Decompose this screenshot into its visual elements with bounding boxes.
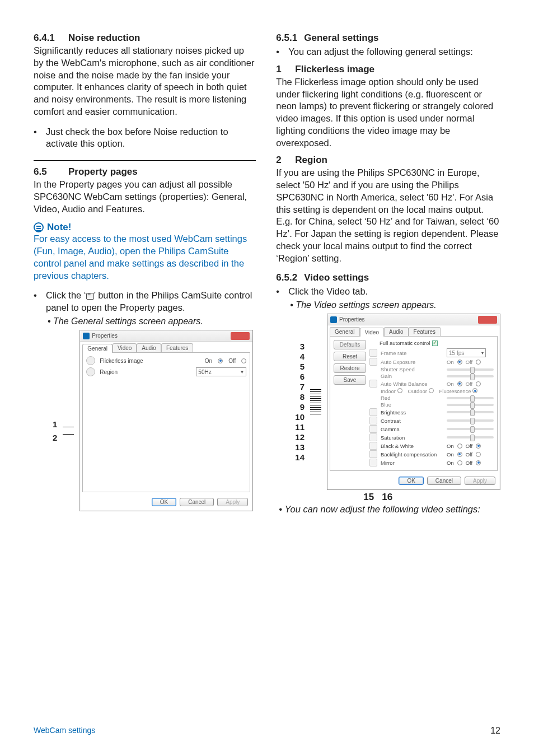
- callout-5: 5: [295, 362, 305, 371]
- reset-button[interactable]: Reset: [334, 352, 366, 361]
- save-button[interactable]: Save: [334, 375, 366, 385]
- callout-6: 6: [295, 372, 305, 381]
- callout-15: 15: [363, 492, 374, 503]
- tab-video[interactable]: Video: [360, 328, 384, 337]
- callout-4: 4: [295, 352, 305, 361]
- region-icon: [86, 367, 95, 376]
- item-2-body: If you are using the Philips SPC630NC in…: [276, 167, 500, 264]
- apply-button[interactable]: Apply: [217, 498, 248, 506]
- cancel-button[interactable]: Cancel: [427, 477, 461, 485]
- general-screen-appears: • The General settings screen appears.: [34, 316, 256, 326]
- properties-inline-icon: [86, 293, 94, 300]
- click-video-bullet: •Click the Video tab.: [276, 286, 500, 298]
- page-footer: WebCam settings 12: [34, 726, 500, 736]
- brightness-icon: [369, 408, 377, 416]
- ok-button[interactable]: OK: [399, 477, 423, 485]
- philips-logo-icon: [330, 316, 337, 323]
- flicker-icon: [86, 356, 95, 365]
- callout-10: 10: [295, 413, 305, 421]
- red-slider[interactable]: [447, 397, 494, 399]
- region-dropdown[interactable]: 50Hz▼: [196, 367, 246, 376]
- close-icon[interactable]: [478, 316, 497, 324]
- tab-audio[interactable]: Audio: [137, 343, 161, 352]
- left-column: 6.4.1Noise reduction Significantly reduc…: [34, 32, 256, 515]
- callout-2: 2: [53, 433, 57, 442]
- callout-7: 7: [295, 382, 305, 391]
- shutter-slider[interactable]: [447, 368, 494, 371]
- gain-slider[interactable]: [447, 375, 494, 377]
- note-icon: [34, 222, 44, 232]
- framerate-icon: [369, 349, 377, 357]
- framerate-dropdown[interactable]: 15 fps▾: [447, 348, 486, 357]
- flicker-on-radio[interactable]: [218, 358, 223, 363]
- note-body: For easy access to the most used WebCam …: [34, 233, 256, 282]
- general-settings-bullet: •You can adjust the following general se…: [276, 46, 500, 58]
- item-2-heading: 2Region: [276, 155, 500, 166]
- chevron-down-icon: ▼: [240, 370, 244, 375]
- right-column: 6.5.1General settings •You can adjust th…: [276, 32, 500, 515]
- heading-6-5: 6.5Property pages: [34, 166, 256, 178]
- apply-button[interactable]: Apply: [465, 477, 495, 485]
- properties-dialog-video: Properties General Video Audio Features …: [327, 314, 500, 490]
- heading-6-5-2: 6.5.2Video settings: [276, 272, 500, 283]
- click-props-bullet: • Click the ‘’ button in the Philips Cam…: [34, 290, 256, 314]
- saturation-icon: [369, 433, 377, 441]
- footer-section: WebCam settings: [34, 726, 95, 736]
- tab-features[interactable]: Features: [409, 327, 441, 336]
- region-label: Region: [100, 369, 191, 375]
- properties-dialog-general: Properties General Video Audio Features: [79, 330, 253, 511]
- video-screen-appears: • The Video settings screen appears.: [276, 300, 500, 310]
- heading-6-4-1: 6.4.1Noise reduction: [34, 32, 256, 44]
- figure-video-dialog: 3 4 5 6 7 8 9 10 11 12 13 14: [295, 314, 500, 503]
- brightness-slider[interactable]: [447, 411, 494, 413]
- callout-12: 12: [295, 433, 305, 441]
- philips-logo-icon: [83, 333, 90, 339]
- tab-general[interactable]: General: [330, 327, 360, 336]
- tab-audio[interactable]: Audio: [384, 327, 409, 336]
- callout-13: 13: [295, 443, 305, 451]
- callout-14: 14: [295, 453, 305, 461]
- flickerless-label: Flickerless image: [100, 358, 200, 364]
- backlight-icon: [369, 450, 377, 458]
- tab-general[interactable]: General: [82, 344, 113, 353]
- tab-video[interactable]: Video: [113, 343, 137, 352]
- noise-reduction-body: Significantly reduces all stationary noi…: [34, 45, 256, 118]
- gamma-icon: [369, 425, 377, 433]
- property-pages-body: In the Property pages you can adjust all…: [34, 179, 256, 215]
- page-number: 12: [490, 726, 500, 736]
- callout-16: 16: [382, 492, 392, 503]
- figure-general-dialog: 1 2 Properties General: [53, 330, 256, 511]
- dialog-title: Properties: [92, 333, 118, 339]
- callout-9: 9: [295, 403, 305, 411]
- exposure-icon: [369, 358, 377, 366]
- full-auto-row: Full automatic control: [369, 340, 494, 346]
- callout-3: 3: [295, 342, 305, 351]
- heading-6-5-1: 6.5.1General settings: [276, 32, 500, 44]
- video-adjust-caption: • You can now adjust the following video…: [276, 504, 500, 515]
- noise-reduction-bullet: • Just check the box before Noise reduct…: [34, 126, 256, 151]
- callout-1: 1: [53, 420, 57, 428]
- contrast-slider[interactable]: [447, 419, 494, 422]
- gamma-slider[interactable]: [447, 428, 494, 430]
- contrast-icon: [369, 417, 377, 424]
- item-1-heading: 1Flickerless image: [276, 64, 500, 75]
- bw-icon: [369, 442, 377, 450]
- restore-button[interactable]: Restore: [334, 363, 366, 373]
- mirror-icon: [369, 459, 377, 466]
- item-1-body: The Flickerless image option should only…: [276, 76, 500, 150]
- blue-slider[interactable]: [447, 404, 494, 406]
- full-auto-checkbox[interactable]: [432, 340, 438, 346]
- note-heading: Note!: [34, 222, 256, 233]
- flicker-off-radio[interactable]: [241, 358, 246, 363]
- ok-button[interactable]: OK: [152, 498, 176, 506]
- wb-icon: [369, 380, 377, 388]
- callout-8: 8: [295, 393, 305, 401]
- close-icon[interactable]: [231, 332, 250, 340]
- defaults-button: Defaults: [334, 340, 366, 349]
- tab-features[interactable]: Features: [161, 343, 193, 352]
- divider: [34, 160, 256, 161]
- dialog-title: Properties: [339, 316, 365, 323]
- callout-11: 11: [295, 423, 305, 431]
- cancel-button[interactable]: Cancel: [180, 498, 214, 506]
- saturation-slider[interactable]: [447, 436, 494, 438]
